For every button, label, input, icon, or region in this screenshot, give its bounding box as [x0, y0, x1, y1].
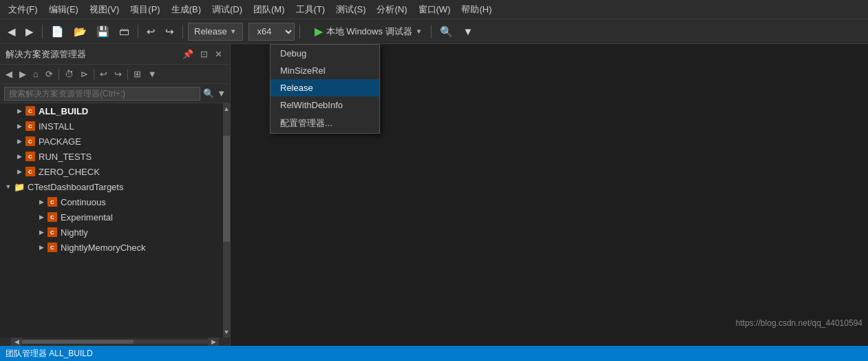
tree-item-nightly-memory-check[interactable]: ▶ C NightlyMemoryCheck — [0, 240, 223, 255]
main-layout: 解决方案资源管理器 📌 ⊡ ✕ ◀ ▶ ⌂ ⟳ ⏱ ⊳ ↩ ↪ ⊞ ▼ — [0, 44, 868, 346]
menu-help[interactable]: 帮助(H) — [456, 1, 497, 18]
url-text: https://blog.csdn.net/qq_44010594 — [736, 318, 862, 328]
search-input[interactable] — [4, 87, 200, 101]
back-nav-btn[interactable]: ◀ — [3, 68, 15, 81]
tree-item-zero-check[interactable]: ▶ C ZERO_CHECK — [0, 164, 223, 179]
dropdown-item-config-manager[interactable]: 配置管理器... — [271, 114, 379, 133]
v-scroll-down[interactable]: ▼ — [223, 327, 230, 338]
clock-btn[interactable]: ⏱ — [62, 68, 76, 81]
separator-4 — [299, 25, 300, 39]
menu-build[interactable]: 生成(B) — [166, 1, 207, 18]
cmake-icon-experimental: C — [47, 212, 58, 223]
back-button[interactable]: ◀ — [4, 23, 19, 40]
tree-item-ctest-dashboard[interactable]: ▼ 📁 CTestDashboardTargets — [0, 179, 223, 194]
config-button[interactable]: Release ▼ — [188, 23, 243, 41]
folder-icon-ctest-dashboard: 📁 — [14, 181, 25, 192]
menu-edit[interactable]: 编辑(E) — [43, 1, 84, 18]
menu-view[interactable]: 视图(V) — [84, 1, 125, 18]
menu-debug[interactable]: 调试(D) — [207, 1, 248, 18]
tree-arrow-ctest-dashboard: ▼ — [3, 181, 14, 192]
home-btn[interactable]: ⌂ — [30, 68, 41, 81]
tree-item-experimental[interactable]: ▶ C Experimental — [0, 209, 223, 225]
forward-button[interactable]: ▶ — [22, 23, 37, 40]
menu-tools[interactable]: 工具(T) — [290, 1, 331, 18]
save-all-button[interactable]: 🗃 — [116, 23, 133, 39]
pin-icon[interactable]: 📌 — [180, 48, 195, 60]
tree-label-nightly-memory-check: NightlyMemoryCheck — [61, 243, 146, 253]
tree-label-run-tests: RUN_TESTS — [39, 152, 92, 162]
tree-label-install: INSTALL — [39, 121, 74, 132]
filter-btn[interactable]: ⊳ — [78, 68, 91, 81]
h-scroll-left[interactable]: ◀ — [11, 338, 22, 346]
tree-item-install[interactable]: ▶ C INSTALL — [0, 118, 223, 134]
v-scrollbar[interactable]: ▲ ▼ — [223, 103, 230, 338]
menu-test[interactable]: 测试(S) — [330, 1, 371, 18]
tree-label-nightly: Nightly — [61, 227, 88, 238]
tree-arrow-all-build: ▶ — [14, 105, 25, 116]
save-button[interactable]: 💾 — [93, 23, 113, 40]
dropdown-item-release[interactable]: Release — [271, 79, 379, 96]
v-scroll-track[interactable] — [223, 114, 230, 327]
menu-window[interactable]: 窗口(W) — [413, 1, 456, 18]
menubar: 文件(F) 编辑(E) 视图(V) 项目(P) 生成(B) 调试(D) 团队(M… — [0, 0, 868, 19]
menu-team[interactable]: 团队(M) — [248, 1, 290, 18]
config-dropdown-menu: Debug MinSizeRel Release RelWithDebInfo … — [270, 44, 380, 134]
separator-5 — [431, 25, 432, 39]
config-arrow-icon: ▼ — [230, 28, 237, 35]
h-scrollbar[interactable]: ◀ ▶ — [0, 338, 230, 346]
v-scroll-thumb[interactable] — [223, 136, 230, 242]
tree-item-continuous[interactable]: ▶ C Continuous — [0, 194, 223, 209]
menu-file[interactable]: 文件(F) — [3, 1, 43, 18]
cmake-icon-zero-check: C — [25, 166, 36, 177]
run-label: 本地 Windows 调试器 — [326, 25, 412, 38]
statusbar: 团队管理器 ALL_BUILD — [0, 346, 868, 361]
play-icon: ▶ — [315, 25, 323, 38]
url-bar: https://blog.csdn.net/qq_44010594 — [730, 316, 868, 331]
panel-header: 解决方案资源管理器 📌 ⊡ ✕ — [0, 44, 230, 65]
dropdown-item-minsizerel[interactable]: MinSizeRel — [271, 62, 379, 79]
settings-btn[interactable]: ▼ — [145, 68, 160, 81]
cmake-icon-all-build: C — [25, 105, 36, 116]
tree-label-ctest-dashboard: CTestDashboardTargets — [28, 182, 123, 192]
forward-nav-btn[interactable]: ▶ — [17, 68, 29, 81]
dropdown-item-relwithdebinfo[interactable]: RelWithDebInfo — [271, 96, 379, 114]
more-button[interactable]: ▼ — [459, 23, 476, 39]
separator-1 — [42, 25, 43, 39]
v-scroll-up[interactable]: ▲ — [223, 103, 230, 114]
tree-item-nightly[interactable]: ▶ C Nightly — [0, 225, 223, 240]
config-label: Release — [194, 26, 227, 37]
tree-scroll-container: ▶ C ALL_BUILD ▶ C INSTALL ▶ — [0, 103, 230, 338]
tree-label-zero-check: ZERO_CHECK — [39, 167, 100, 177]
search-dropdown-btn[interactable]: ▼ — [217, 88, 226, 99]
tree-item-run-tests[interactable]: ▶ C RUN_TESTS — [0, 149, 223, 164]
search-icon-btn[interactable]: 🔍 — [203, 88, 214, 99]
cmake-icon-run-tests: C — [25, 151, 36, 162]
cmake-icon-nightly-memory-check: C — [47, 242, 58, 253]
search-box: 🔍 ▼ — [0, 84, 230, 103]
tree-label-all-build: ALL_BUILD — [39, 106, 88, 116]
redo-button[interactable]: ↪ — [162, 23, 178, 40]
undo-nav-btn[interactable]: ↩ — [97, 68, 110, 81]
tree-item-all-build[interactable]: ▶ C ALL_BUILD — [0, 103, 223, 118]
h-scroll-track[interactable] — [22, 340, 208, 344]
search-button[interactable]: 🔍 — [436, 23, 456, 40]
tree-label-package: PACKAGE — [39, 136, 81, 147]
close-icon[interactable]: ✕ — [213, 48, 224, 60]
menu-analyze[interactable]: 分析(N) — [371, 1, 412, 18]
h-scroll-thumb[interactable] — [22, 340, 134, 344]
new-file-button[interactable]: 📄 — [47, 23, 67, 40]
cmake-icon-install: C — [25, 121, 36, 132]
open-button[interactable]: 📂 — [70, 23, 90, 40]
panel-header-icons: 📌 ⊡ ✕ — [180, 48, 224, 60]
menu-project[interactable]: 项目(P) — [125, 1, 165, 18]
redo-nav-btn[interactable]: ↪ — [112, 68, 125, 81]
undo-button[interactable]: ↩ — [143, 23, 159, 40]
tree-item-package[interactable]: ▶ C PACKAGE — [0, 134, 223, 149]
platform-select[interactable]: x64 x86 ARM — [248, 23, 295, 41]
dropdown-item-debug[interactable]: Debug — [271, 45, 379, 62]
h-scroll-right[interactable]: ▶ — [208, 338, 219, 346]
run-button[interactable]: ▶ 本地 Windows 调试器 ▼ — [310, 23, 427, 40]
expand-all-btn[interactable]: ⊞ — [131, 68, 144, 81]
refresh-btn[interactable]: ⟳ — [43, 68, 56, 81]
dock-icon[interactable]: ⊡ — [198, 48, 210, 60]
